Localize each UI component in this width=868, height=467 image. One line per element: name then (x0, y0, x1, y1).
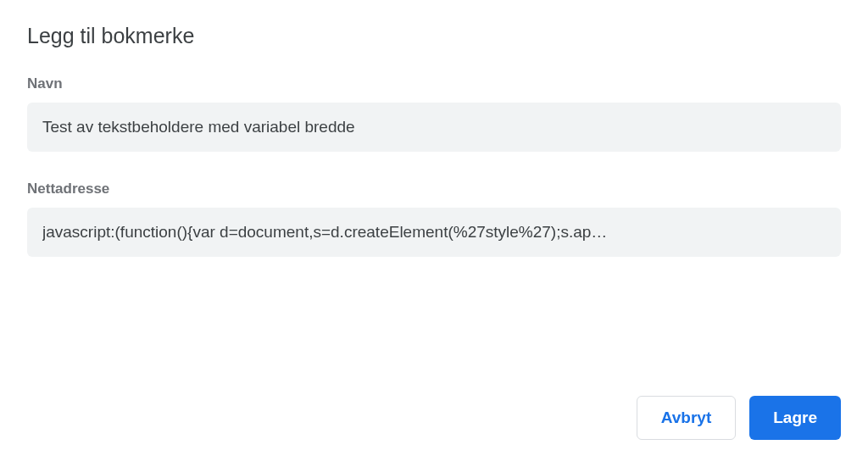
url-field-group: Nettadresse (27, 181, 841, 257)
cancel-button[interactable]: Avbryt (637, 396, 736, 440)
name-field-group: Navn (27, 75, 841, 152)
save-button[interactable]: Lagre (749, 396, 841, 440)
name-label: Navn (27, 75, 841, 92)
dialog-title: Legg til bokmerke (27, 24, 841, 48)
add-bookmark-dialog: Legg til bokmerke Navn Nettadresse Avbry… (0, 0, 868, 467)
dialog-buttons: Avbryt Lagre (637, 396, 841, 440)
name-input[interactable] (27, 103, 841, 152)
url-label: Nettadresse (27, 181, 841, 197)
url-input[interactable] (27, 208, 841, 257)
